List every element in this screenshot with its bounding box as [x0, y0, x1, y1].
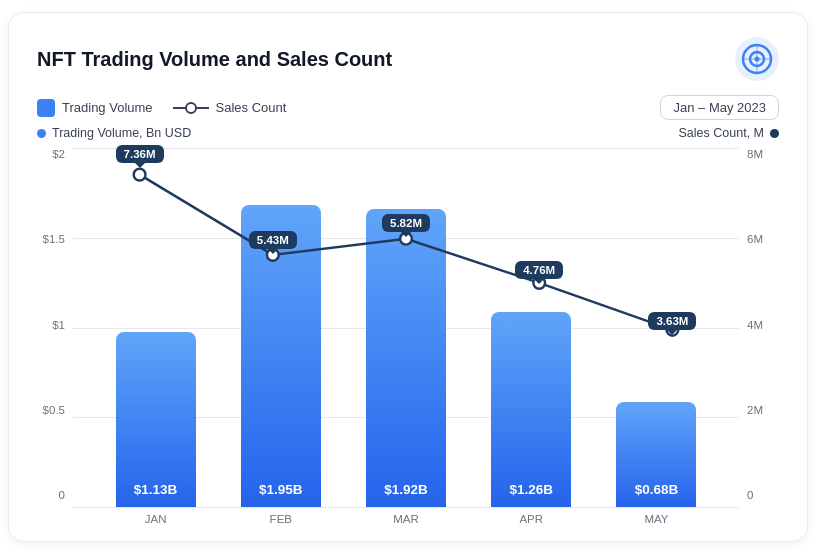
bar-group-may: $0.68B [594, 402, 719, 507]
chart-card: NFT Trading Volume and Sales Count Tradi… [8, 12, 808, 542]
bar-mar: $1.92B [366, 209, 446, 507]
sub-legend-row: Trading Volume, Bn USD Sales Count, M [37, 126, 779, 140]
chart-area: $2 $1.5 $1 $0.5 0 $1.13B$1.95B$1.92B$1.2… [37, 148, 779, 525]
grid-line-4 [73, 507, 739, 508]
sales-tooltip-feb: 5.43M [249, 231, 297, 249]
bar-group-mar: $1.92B [343, 209, 468, 507]
header-row: NFT Trading Volume and Sales Count [37, 37, 779, 81]
date-badge[interactable]: Jan – May 2023 [660, 95, 779, 120]
bar-jan: $1.13B [116, 332, 196, 507]
trading-volume-swatch [37, 99, 55, 117]
sales-tooltip-may: 3.63M [648, 312, 696, 330]
x-label-mar: MAR [343, 513, 468, 525]
sales-tooltip-jan: 7.36M [116, 145, 164, 163]
x-label-feb: FEB [218, 513, 343, 525]
bar-value-label-mar: $1.92B [384, 482, 428, 497]
x-label-apr: APR [469, 513, 594, 525]
bar-feb: $1.95B [241, 205, 321, 507]
legend-row: Trading Volume Sales Count Jan – May 202… [37, 95, 779, 120]
y-axis-right: 8M 6M 4M 2M 0 [739, 148, 779, 525]
bar-group-jan: $1.13B [93, 332, 218, 507]
bar-value-label-jan: $1.13B [134, 482, 178, 497]
chart-inner: $1.13B$1.95B$1.92B$1.26B$0.68B 7.36M5.43… [73, 148, 739, 525]
svg-point-5 [186, 103, 196, 113]
x-label-may: MAY [594, 513, 719, 525]
legend-trading-volume: Trading Volume [37, 99, 153, 117]
sales-count-line-icon [173, 101, 209, 115]
bar-apr: $1.26B [491, 312, 571, 507]
bar-value-label-apr: $1.26B [509, 482, 553, 497]
dot-dark [770, 129, 779, 138]
dot-blue [37, 129, 46, 138]
legend-sales-count: Sales Count [173, 100, 287, 115]
grid-and-bars: $1.13B$1.95B$1.92B$1.26B$0.68B 7.36M5.43… [73, 148, 739, 507]
bar-value-label-feb: $1.95B [259, 482, 303, 497]
bar-group-apr: $1.26B [469, 312, 594, 507]
chart-title: NFT Trading Volume and Sales Count [37, 48, 392, 71]
sales-tooltip-apr: 4.76M [515, 261, 563, 279]
legend-left: Trading Volume Sales Count [37, 99, 286, 117]
sub-legend-right: Sales Count, M [679, 126, 779, 140]
bars-row: $1.13B$1.95B$1.92B$1.26B$0.68B [73, 148, 739, 507]
y-axis-left: $2 $1.5 $1 $0.5 0 [37, 148, 73, 525]
bar-group-feb: $1.95B [218, 205, 343, 507]
x-label-jan: JAN [93, 513, 218, 525]
x-axis-labels: JANFEBMARAPRMAY [73, 507, 739, 525]
sales-tooltip-mar: 5.82M [382, 214, 430, 232]
sub-legend-left: Trading Volume, Bn USD [37, 126, 191, 140]
logo-icon [735, 37, 779, 81]
bar-value-label-may: $0.68B [635, 482, 679, 497]
bar-may: $0.68B [616, 402, 696, 507]
